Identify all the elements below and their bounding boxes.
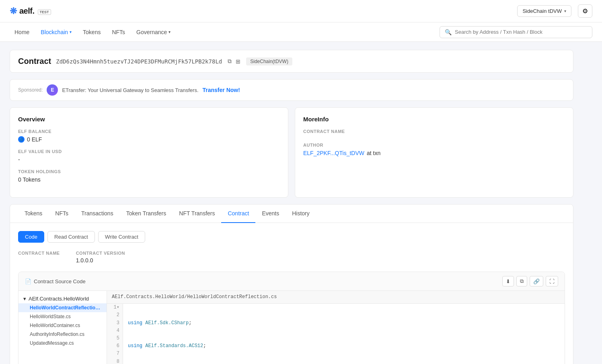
line-num-4: 4 — [110, 327, 119, 335]
chain-selector[interactable]: SideChain tDVW ▾ — [517, 5, 571, 17]
nav-item-blockchain[interactable]: Blockchain ▾ — [36, 26, 76, 39]
tab-contract[interactable]: Contract — [221, 204, 255, 223]
sub-tab-write-contract[interactable]: Write Contract — [98, 231, 145, 243]
contract-name-label: CONTRACT NAME — [303, 129, 565, 134]
nav-blockchain-label: Blockchain — [41, 29, 68, 35]
nav-governance-label: Governance — [136, 29, 167, 35]
contract-address: ZdD6zQs3N4Hmnh5tuezvTJ24DPE3DFMuRCMjFk57… — [56, 58, 222, 65]
version-value: 1.0.0.0 — [76, 257, 125, 264]
code-content: 1▾ 2 3 4 5 6 7 8 9▾ 10 11▾ — [107, 304, 565, 364]
file-tree: ▾ AElf.Contracts.HelloWorld HelloWorldCo… — [18, 291, 107, 364]
copy-address-button[interactable]: ⧉ — [227, 57, 232, 65]
file-item-3[interactable]: AuthorityInfoReflection.cs — [18, 330, 107, 339]
author-suffix: at txn — [367, 150, 380, 156]
source-actions: ⬇ ⧉ 🔗 ⛶ — [502, 276, 558, 286]
file-item-4[interactable]: UpdatedMessage.cs — [18, 339, 107, 348]
file-item-1[interactable]: HelloWorldState.cs — [18, 312, 107, 321]
tab-tokens[interactable]: Tokens — [18, 204, 49, 223]
tab-events[interactable]: Events — [255, 204, 286, 223]
expand-button[interactable]: ⛶ — [546, 276, 558, 286]
author-value: ELF_2PKF...QTis_tDVW at txn — [303, 150, 565, 156]
chain-selector-label: SideChain tDVW — [522, 8, 562, 14]
logo-icon: ❋ — [10, 6, 17, 16]
tab-nft-transfers[interactable]: NFT Transfers — [173, 204, 221, 223]
nav-item-home[interactable]: Home — [10, 26, 34, 39]
sponsored-link[interactable]: Transfer Now! — [203, 87, 240, 93]
file-icon: 📄 — [25, 278, 31, 284]
settings-button[interactable]: ⚙ — [578, 4, 592, 18]
line-num-7: 7 — [110, 350, 119, 358]
contract-icons: ⧉ ⊞ — [227, 57, 241, 65]
source-title: 📄 Contract Source Code — [25, 278, 86, 284]
elf-value: - — [18, 156, 280, 163]
nav-item-nfts[interactable]: NFTs — [107, 26, 130, 39]
file-item-2[interactable]: HelloWorldContainer.cs — [18, 321, 107, 330]
overview-title: Overview — [18, 116, 280, 123]
more-info-card: MoreInfo CONTRACT NAME AUTHOR ELF_2PKF..… — [295, 107, 573, 198]
elf-balance-label: ELF BALANCE — [18, 129, 280, 134]
overview-card: Overview ELF BALANCE 🔵 0 ELF ELF VALUE I… — [10, 107, 288, 198]
author-field: AUTHOR ELF_2PKF...QTis_tDVW at txn — [303, 143, 565, 156]
author-label: AUTHOR — [303, 143, 565, 147]
source-section: 📄 Contract Source Code ⬇ ⧉ 🔗 ⛶ ▾ — [18, 272, 565, 364]
line-numbers: 1▾ 2 3 4 5 6 7 8 9▾ 10 11▾ — [107, 304, 123, 364]
nav-item-tokens[interactable]: Tokens — [78, 26, 105, 39]
qr-code-button[interactable]: ⊞ — [235, 57, 241, 65]
tabs-header: Tokens NFTs Transactions Token Transfers… — [10, 204, 573, 223]
copy-code-button[interactable]: ⧉ — [516, 276, 527, 286]
line-num-8: 8 — [110, 358, 119, 364]
elf-value-field: ELF VALUE IN USD - — [18, 149, 280, 163]
code-lines: using AElf.Sdk.CSharp; using AElf.Standa… — [123, 304, 284, 364]
search-icon: 🔍 — [445, 29, 452, 35]
source-header: 📄 Contract Source Code ⬇ ⧉ 🔗 ⛶ — [18, 272, 565, 291]
contract-version-info: CONTRACT VERSION 1.0.0.0 — [76, 251, 125, 264]
sponsored-label: Sponsored: — [18, 87, 43, 93]
tab-history[interactable]: History — [286, 204, 316, 223]
chevron-down-icon: ▾ — [564, 9, 566, 13]
folder-collapse-icon: ▾ — [23, 296, 26, 302]
nav-item-governance[interactable]: Governance ▾ — [131, 26, 175, 39]
author-link[interactable]: ELF_2PKF...QTis_tDVW — [303, 150, 364, 156]
chevron-down-icon: ▾ — [168, 30, 171, 34]
page-content: Contract ZdD6zQs3N4Hmnh5tuezvTJ24DPE3DFM… — [0, 42, 583, 364]
code-line-1: using AElf.Sdk.CSharp; — [128, 319, 279, 327]
tabs-content: Code Read Contract Write Contract CONTRA… — [10, 223, 573, 364]
contract-info-row: CONTRACT NAME CONTRACT VERSION 1.0.0.0 — [18, 251, 565, 264]
sub-tab-code[interactable]: Code — [18, 231, 44, 243]
elf-balance-field: ELF BALANCE 🔵 0 ELF — [18, 129, 280, 143]
logo[interactable]: ❋ aelf. TEST — [10, 6, 51, 16]
contract-label: Contract — [18, 57, 51, 66]
token-holdings-label: TOKEN HOLDINGS — [18, 169, 280, 174]
sub-tab-read-contract[interactable]: Read Contract — [47, 231, 95, 243]
sponsored-banner: Sponsored: E ETransfer: Your Universal G… — [10, 79, 573, 101]
line-num-1: 1▾ — [110, 304, 119, 311]
chain-badge: SideChain(tDVW) — [246, 57, 292, 65]
token-holdings-field: TOKEN HOLDINGS 0 Tokens — [18, 169, 280, 183]
download-button[interactable]: ⬇ — [502, 276, 514, 286]
folder-name: AElf.Contracts.HelloWorld — [29, 296, 89, 302]
gear-icon: ⚙ — [582, 8, 588, 14]
code-file-path: AElf.Contracts.HelloWorld/HelloWorldCont… — [107, 291, 565, 304]
elf-value-label: ELF VALUE IN USD — [18, 149, 280, 154]
tab-token-transfers[interactable]: Token Transfers — [120, 204, 173, 223]
test-badge: TEST — [38, 9, 51, 15]
info-row: Overview ELF BALANCE 🔵 0 ELF ELF VALUE I… — [10, 107, 573, 198]
tab-transactions[interactable]: Transactions — [75, 204, 120, 223]
tab-nfts[interactable]: NFTs — [49, 204, 75, 223]
line-num-5: 5 — [110, 335, 119, 342]
search-bar[interactable]: 🔍 — [440, 26, 592, 38]
contract-header: Contract ZdD6zQs3N4Hmnh5tuezvTJ24DPE3DFM… — [10, 50, 573, 73]
code-line-2: using AElf.Standards.ACS12; — [128, 342, 279, 350]
link-button[interactable]: 🔗 — [530, 276, 543, 286]
contract-name-field: CONTRACT NAME — [303, 129, 565, 136]
sponsored-text: ETransfer: Your Universal Gateway to Sea… — [62, 87, 198, 93]
sub-tabs: Code Read Contract Write Contract — [18, 231, 565, 243]
elf-icon: 🔵 — [18, 136, 25, 143]
file-item-0[interactable]: HelloWorldContractReflection.cs — [18, 303, 107, 312]
contract-name-info: CONTRACT NAME — [18, 251, 60, 264]
search-input[interactable] — [455, 29, 587, 35]
navigation: Home Blockchain ▾ Tokens NFTs Governance… — [0, 22, 602, 42]
folder-hello-world[interactable]: ▾ AElf.Contracts.HelloWorld — [18, 294, 107, 303]
source-body: ▾ AElf.Contracts.HelloWorld HelloWorldCo… — [18, 291, 565, 364]
sponsor-icon: E — [47, 84, 58, 96]
